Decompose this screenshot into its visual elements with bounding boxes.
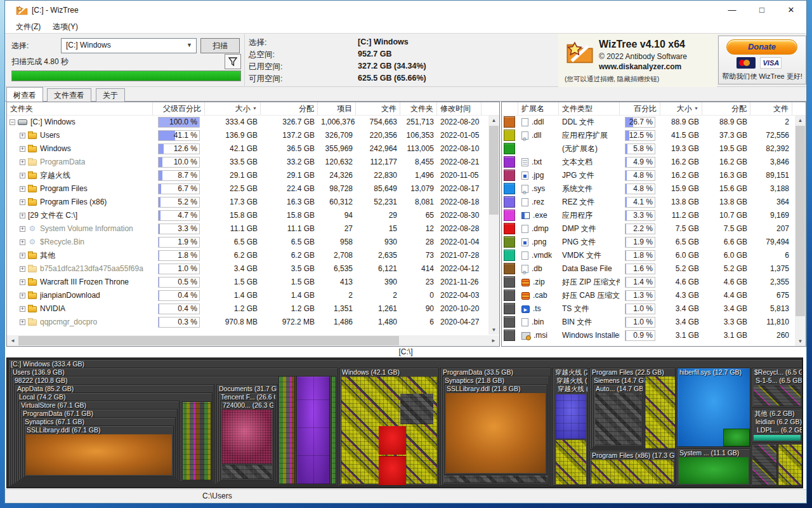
treemap-node-program-files-x86[interactable]: Program Files (x86) (17.3 GB) xyxy=(589,451,676,486)
treemap[interactable]: [C:] Windows (333.4 GB) Users (136.9 GB)… xyxy=(6,358,803,488)
expand-icon[interactable]: + xyxy=(20,253,25,258)
maximize-button[interactable]: □ xyxy=(747,1,776,20)
left-vscroll-thumb[interactable] xyxy=(489,126,499,215)
treemap-block-gray[interactable] xyxy=(400,394,433,424)
treemap-node-qita[interactable]: 其他 (6.2 GB) leidian (6.2 GB) LDPL... (6.… xyxy=(752,409,802,443)
treemap-node-system[interactable]: System ... (11.1 GB) xyxy=(677,448,750,486)
table-row[interactable]: .dmpDMP 文件2.2 %7.5 GB7.5 GB207 xyxy=(502,222,806,236)
table-row[interactable]: +Program Files6.7 %22.5 GB22.4 GB98,7288… xyxy=(7,182,499,196)
scroll-right-icon[interactable]: ► xyxy=(490,338,497,344)
expand-icon[interactable]: + xyxy=(20,159,25,165)
table-row[interactable]: ▶.tsTS 文件1.0 %3.4 GB3.4 GB5,813 xyxy=(502,302,806,316)
expand-icon[interactable]: + xyxy=(20,213,25,218)
expand-icon[interactable]: + xyxy=(20,293,25,298)
col-ext[interactable]: 扩展名 xyxy=(518,102,559,116)
treemap-node-auto[interactable]: Auto... (14.7 GB) xyxy=(593,384,643,447)
treemap-block-gray[interactable] xyxy=(222,465,272,479)
table-row[interactable]: +ProgramData10.0 %33.5 GB33.2 GB120,6321… xyxy=(7,156,499,169)
treemap-block-green[interactable] xyxy=(723,429,750,446)
drive-select[interactable]: [C:] Windows ▼ xyxy=(61,38,197,53)
app-website-link[interactable]: www.diskanalyzer.com xyxy=(599,62,681,71)
treemap-block-red[interactable] xyxy=(379,426,406,455)
expand-icon[interactable]: + xyxy=(20,173,25,178)
menu-options[interactable]: 选项(Y) xyxy=(48,21,82,33)
menu-file[interactable]: 文件(Z) xyxy=(11,21,45,33)
treemap-node-ssllib[interactable]: SSLLibrary.ddl (21.8 GB) xyxy=(444,384,547,475)
left-hscrollbar[interactable]: ◄ ► xyxy=(7,335,499,346)
close-button[interactable]: ✕ xyxy=(776,1,806,20)
minimize-button[interactable]: — xyxy=(717,1,747,20)
expand-icon[interactable]: − xyxy=(10,119,15,125)
table-row[interactable]: +b75a1dfca213dfa475aa55f69a1.0 %3.4 GB3.… xyxy=(7,262,499,276)
table-row[interactable]: +⚙System Volume Information3.3 %11.1 GB1… xyxy=(7,222,499,236)
left-vscrollbar[interactable]: ▲ ▼ xyxy=(488,116,499,335)
table-row[interactable]: .exe应用程序3.3 %11.2 GB10.7 GB9,169 xyxy=(502,209,806,222)
right-vscroll-thumb[interactable] xyxy=(796,126,805,316)
treemap-block-teal[interactable] xyxy=(754,435,801,441)
expand-icon[interactable]: + xyxy=(20,133,25,138)
filter-button[interactable] xyxy=(225,54,241,69)
table-row[interactable]: .binBIN 文件1.0 %3.4 GB3.3 GB11,810 xyxy=(502,316,806,329)
table-row[interactable]: +[29 文件在 C:\]4.7 %15.8 GB15.8 GB94296520… xyxy=(7,209,499,222)
table-row[interactable]: +Windows12.6 %42.1 GB36.5 GB355,969242,9… xyxy=(7,142,499,156)
scroll-left-icon[interactable]: ◄ xyxy=(10,338,16,344)
table-row[interactable]: (无扩展名)5.8 %19.3 GB19.5 GB82,392 xyxy=(502,142,806,156)
col-folder[interactable]: 文件夹 xyxy=(7,102,153,116)
table-row[interactable]: +jianpianDownload0.4 %1.4 GB1.4 GB220202… xyxy=(7,289,499,302)
treemap-node-724000[interactable]: 724000... (26.3 GB) xyxy=(220,401,274,481)
table-row[interactable]: .rezREZ 文件4.1 %13.8 GB13.8 GB364 xyxy=(502,196,806,209)
col-modified[interactable]: 修改时间 xyxy=(437,102,481,116)
col-folders[interactable]: 文件夹 xyxy=(400,102,437,116)
table-row[interactable]: +⚙$Recycle.Bin1.9 %6.5 GB6.5 GB958930282… xyxy=(7,236,499,249)
table-row[interactable]: .zip好压 ZIP 压缩文件1.4 %4.6 GB4.6 GB2,355 xyxy=(502,276,806,289)
col-parent-pct[interactable]: 父级百分比 xyxy=(153,102,205,116)
scroll-up-icon[interactable]: ▲ xyxy=(795,117,806,123)
scan-button[interactable]: 扫描 xyxy=(200,38,240,53)
treemap-block-orange[interactable] xyxy=(446,393,546,473)
treemap-block-yellow[interactable] xyxy=(591,460,674,484)
table-row[interactable]: .dbData Base File1.6 %5.2 GB5.2 GB1,375 xyxy=(502,262,806,276)
treemap-block-yellow[interactable] xyxy=(778,444,802,486)
treemap-block-gray[interactable] xyxy=(595,393,641,445)
tab-tree-view[interactable]: 树查看 xyxy=(6,87,43,102)
table-row[interactable]: +Warcraft III Frozen Throne0.5 %1.5 GB1.… xyxy=(7,276,499,289)
col-files[interactable]: 文件 xyxy=(356,102,400,116)
treemap-block-yellow[interactable] xyxy=(645,377,675,448)
treemap-block-violet[interactable] xyxy=(556,394,586,439)
table-row[interactable]: .jpgJPG 文件4.8 %16.2 GB16.3 GB89,151 xyxy=(502,169,806,182)
treemap-block-gray[interactable] xyxy=(444,476,547,483)
treemap-node-ssllib-u[interactable]: SSLLibrary.ddl (67.1 GB) xyxy=(24,425,174,477)
treemap-block-pink[interactable] xyxy=(222,410,272,464)
treemap-node-98222-other[interactable] xyxy=(278,376,295,485)
tab-file-view[interactable]: 文件查看 xyxy=(47,88,91,102)
treemap-node-cf[interactable]: 穿越火线 (29.1 GB) 穿越火线 (29.1 GB) 穿越火线 (17.5… xyxy=(553,368,588,486)
table-row[interactable]: .vmdkVMDK 文件1.8 %6.0 GB6.0 GB6 xyxy=(502,249,806,262)
treemap-block-gray-pink[interactable] xyxy=(752,444,777,486)
expand-icon[interactable]: + xyxy=(20,146,25,152)
expand-icon[interactable]: + xyxy=(20,266,25,272)
expand-icon[interactable]: + xyxy=(20,279,25,285)
treemap-block-green[interactable] xyxy=(679,457,749,484)
table-row[interactable]: +Program Files (x86)5.2 %17.3 GB16.3 GB6… xyxy=(7,196,499,209)
treemap-block-purple[interactable] xyxy=(296,376,330,485)
table-row[interactable]: .txt文本文档4.9 %16.2 GB16.2 GB3,846 xyxy=(502,156,806,169)
table-row[interactable]: +穿越火线8.7 %29.1 GB29.1 GB24,32622,8301,49… xyxy=(7,169,499,182)
col-rsize[interactable]: 大小 ▼ xyxy=(660,102,702,116)
treemap-block-yellow[interactable] xyxy=(556,440,586,485)
table-row[interactable]: −[C:] Windows100.0 %333.4 GB326.7 GB1,00… xyxy=(7,116,499,129)
treemap-node-strip[interactable] xyxy=(331,376,336,485)
table-row[interactable]: +Users41.1 %136.9 GB137.2 GB326,709220,3… xyxy=(7,129,499,142)
scroll-up-icon[interactable]: ▲ xyxy=(488,117,499,123)
table-row[interactable]: .pngPNG 文件1.9 %6.5 GB6.6 GB79,494 xyxy=(502,236,806,249)
col-items[interactable]: 项目 xyxy=(318,102,356,116)
table-row[interactable]: .ddlDDL 文件26.7 %88.9 GB88.9 GB2 xyxy=(502,116,806,129)
treemap-node-local-other[interactable] xyxy=(182,401,211,481)
treemap-node-windows[interactable]: Windows (42.1 GB) xyxy=(339,368,439,486)
table-row[interactable]: +qqpcmgr_docpro0.3 %970.8 MB972.2 MB1,48… xyxy=(7,316,499,329)
col-size[interactable]: 大小 ▼ xyxy=(205,102,261,116)
table-row[interactable]: .dll应用程序扩展12.5 %41.5 GB37.3 GB72,556 xyxy=(502,129,806,142)
col-pct[interactable]: 百分比 xyxy=(620,102,660,116)
col-rfiles[interactable]: 文件 xyxy=(750,102,792,116)
treemap-node-hiberfil[interactable]: hiberfil.sys (12.7 GB) xyxy=(677,368,750,447)
expand-icon[interactable]: + xyxy=(20,226,25,232)
